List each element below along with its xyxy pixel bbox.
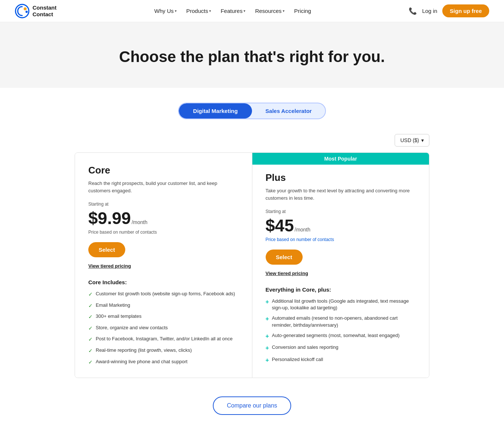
pricing-cards: Core Reach the right prospects, build yo… (75, 152, 429, 378)
login-button[interactable]: Log in (422, 8, 437, 14)
tab-switcher: Digital Marketing Sales Accelerator (7, 103, 497, 119)
check-icon: ✓ (88, 347, 93, 355)
nav-features[interactable]: Features ▾ (217, 6, 249, 16)
plus-plan-card: Most Popular Plus Take your growth to th… (252, 153, 429, 378)
compare-row: Compare our plans (7, 396, 497, 415)
nav-pricing[interactable]: Pricing (290, 6, 315, 16)
navbar: Constant Contact Why Us ▾ Products ▾ Fea… (0, 0, 504, 22)
check-icon: ✓ (88, 291, 93, 298)
plus-starting-at: Starting at (266, 209, 416, 214)
nav-right: 📞 Log in Sign up free (409, 4, 489, 17)
list-item: + Additional list growth tools (Google a… (266, 298, 416, 311)
nav-resources[interactable]: Resources ▾ (251, 6, 288, 16)
tab-digital-marketing[interactable]: Digital Marketing (179, 103, 252, 118)
nav-links: Why Us ▾ Products ▾ Features ▾ Resources… (150, 6, 314, 16)
list-item: ✓ Customer list growth tools (website si… (88, 291, 239, 298)
list-item: ✓ 300+ email templates (88, 313, 239, 321)
logo-icon (15, 4, 30, 18)
list-item: + Automated emails (resend to non-opener… (266, 315, 416, 328)
core-select-button[interactable]: Select (88, 242, 125, 257)
currency-label: USD ($) (400, 137, 419, 143)
logo-text: Constant Contact (33, 4, 57, 18)
plus-icon: + (266, 344, 269, 352)
plus-price-amount: $45 (266, 216, 294, 236)
logo[interactable]: Constant Contact (15, 4, 57, 18)
core-plan-card: Core Reach the right prospects, build yo… (75, 153, 252, 378)
check-icon: ✓ (88, 336, 93, 343)
signup-button[interactable]: Sign up free (442, 4, 489, 17)
svg-point-2 (25, 11, 28, 13)
core-includes-title: Core Includes: (88, 279, 239, 285)
check-icon: ✓ (88, 325, 93, 332)
hero-title: Choose the plan that's right for you. (7, 48, 497, 66)
list-item: ✓ Post to Facebook, Instagram, Twitter, … (88, 336, 239, 343)
hero-section: Choose the plan that's right for you. (0, 22, 504, 88)
plus-plan-desc: Take your growth to the next level by at… (266, 187, 416, 202)
core-plan-name: Core (88, 165, 239, 176)
core-price-note: Price based on number of contacts (88, 230, 239, 235)
currency-dropdown[interactable]: USD ($) ▾ (395, 134, 429, 147)
list-item: ✓ Real-time reporting (list growth, view… (88, 347, 239, 355)
chevron-down-icon: ▾ (283, 9, 285, 13)
chevron-down-icon: ▾ (175, 9, 177, 13)
main-content: Digital Marketing Sales Accelerator USD … (0, 88, 504, 437)
check-icon: ✓ (88, 302, 93, 310)
currency-row: USD ($) ▾ (75, 134, 429, 147)
chevron-down-icon: ▾ (244, 9, 245, 13)
list-item: + Personalized kickoff call (266, 356, 416, 364)
nav-products[interactable]: Products ▾ (183, 6, 215, 16)
check-icon: ✓ (88, 359, 93, 366)
compare-plans-button[interactable]: Compare our plans (213, 396, 291, 415)
plus-icon: + (266, 298, 269, 306)
most-popular-banner: Most Popular (252, 153, 429, 165)
plus-price-row: $45 /month (266, 216, 416, 236)
plus-feature-list: + Additional list growth tools (Google a… (266, 298, 416, 364)
plus-icon: + (266, 356, 269, 364)
tab-container: Digital Marketing Sales Accelerator (178, 103, 326, 119)
core-plan-desc: Reach the right prospects, build your cu… (88, 180, 239, 194)
plus-plan-name: Plus (266, 172, 416, 183)
core-price-amount: $9.99 (88, 208, 131, 228)
check-icon: ✓ (88, 313, 93, 321)
core-starting-at: Starting at (88, 202, 239, 207)
list-item: ✓ Award-winning live phone and chat supp… (88, 358, 239, 366)
nav-why-us[interactable]: Why Us ▾ (150, 6, 180, 16)
plus-price-period: /month (294, 227, 310, 233)
core-price-row: $9.99 /month (88, 208, 239, 228)
plus-icon: + (266, 315, 269, 323)
list-item: ✓ Store, organize and view contacts (88, 324, 239, 332)
list-item: ✓ Email Marketing (88, 302, 239, 310)
phone-icon[interactable]: 📞 (409, 7, 417, 15)
list-item: + Conversion and sales reporting (266, 344, 416, 352)
currency-chevron-icon: ▾ (421, 137, 424, 143)
list-item: + Auto-generated segments (most, somewha… (266, 332, 416, 340)
chevron-down-icon: ▾ (209, 9, 211, 13)
plus-price-note: Price based on number of contacts (266, 237, 416, 242)
tab-sales-accelerator[interactable]: Sales Accelerator (252, 103, 325, 118)
core-feature-list: ✓ Customer list growth tools (website si… (88, 291, 239, 366)
core-price-period: /month (132, 219, 147, 225)
core-view-pricing-link[interactable]: View tiered pricing (88, 263, 239, 269)
plus-includes-title: Everything in Core, plus: (266, 286, 416, 293)
svg-point-1 (24, 7, 27, 10)
plus-select-button[interactable]: Select (266, 250, 303, 265)
plus-icon: + (266, 332, 269, 340)
plus-view-pricing-link[interactable]: View tiered pricing (266, 271, 416, 276)
